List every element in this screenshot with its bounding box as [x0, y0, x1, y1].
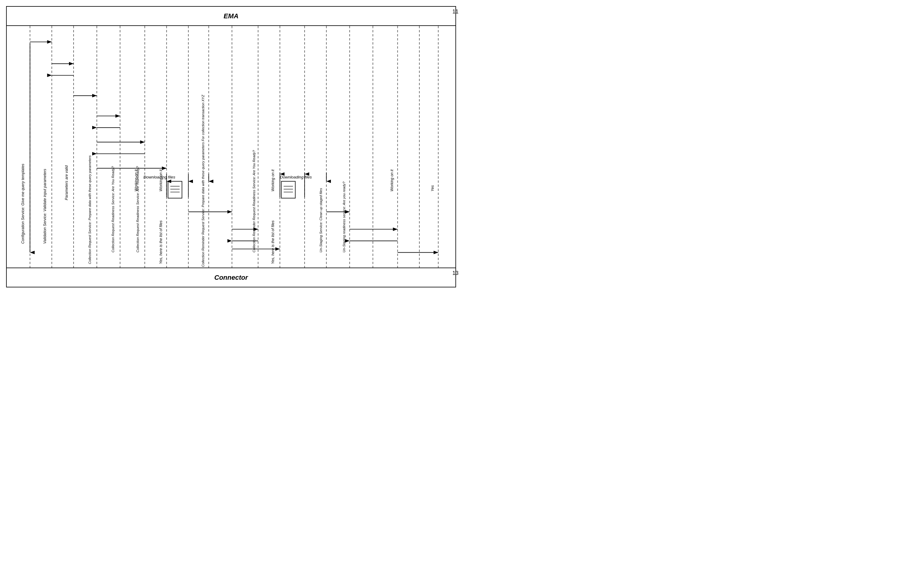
label-validation-service: Validation Service: Validate input param… [43, 169, 47, 244]
label-working-4: Working on it [390, 169, 394, 192]
label-params-valid: Parameters are valid [64, 165, 69, 200]
label-config-service: Configuration Service: Give me query tem… [21, 164, 25, 244]
label-collection-request-service: Collection Request Service: Prepare data… [88, 155, 92, 264]
label-unstaging-service: Un-Staging Service: Clean up staged file… [319, 188, 323, 252]
sequence-diagram-area: Configuration Service: Give me query tem… [6, 26, 456, 268]
label-working-3: Working on it [271, 169, 275, 192]
label-working-2: Working on it [159, 169, 163, 192]
label-downloading-2: Downloading files [280, 175, 312, 179]
label-reminder-request: Collection Reminder Request Service: Pre… [201, 95, 205, 267]
label-yes-list-1: Yes, here is the list of files [159, 220, 163, 264]
label-downloading-1: Downloading files [144, 175, 175, 179]
ema-ref-number: 11 [452, 8, 459, 15]
ema-box: EMA 11 [6, 6, 456, 26]
label-yes-list-2: Yes, here is the list of files [271, 220, 275, 264]
label-unstaging-readiness: Un-Staging readiness service: Are you re… [342, 181, 346, 253]
svg-rect-46 [281, 181, 295, 198]
connector-ref-number: 13 [452, 270, 459, 276]
svg-rect-33 [168, 181, 182, 198]
ema-label: EMA [224, 12, 239, 20]
label-collection-readiness-2: Collection Request Readiness Service: Ar… [136, 166, 140, 252]
label-collection-readiness-1: Collection Request Readiness Service: Ar… [111, 166, 115, 252]
connector-label: Connector [214, 274, 248, 281]
connector-box: Connector 13 [6, 268, 456, 288]
sequence-svg: Configuration Service: Give me query tem… [7, 26, 455, 268]
label-reminder-readiness: Collection Reminder Request Readiness Se… [252, 150, 256, 252]
label-yes: Yes [431, 185, 435, 192]
